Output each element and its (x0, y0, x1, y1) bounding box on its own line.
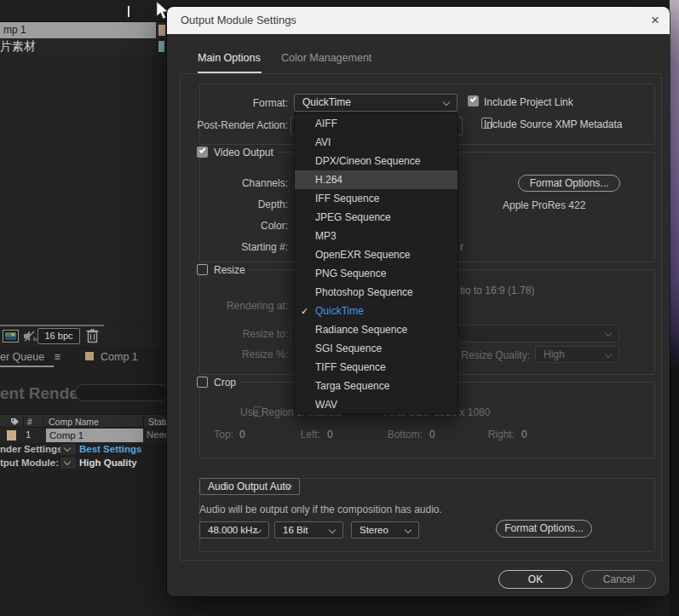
screen: mp 1 片素材 16 bpc (0, 0, 679, 616)
menu-item-dpx[interactable]: DPX/Cineon Sequence (295, 152, 457, 170)
video-format-options-label: Format Options... (530, 177, 609, 189)
row-comp-name[interactable]: Comp 1 (46, 429, 143, 442)
menu-item-tiff[interactable]: TIFF Sequence (295, 358, 457, 377)
menu-item-jpeg[interactable]: JPEG Sequence (295, 208, 457, 227)
crop-checkbox[interactable] (197, 377, 208, 388)
menu-item-iff[interactable]: IFF Sequence (295, 189, 457, 208)
audio-note: Audio will be output only if the composi… (199, 504, 442, 515)
menu-item-targa[interactable]: Targa Sequence (295, 377, 457, 395)
tab-comp1[interactable]: Comp 1 (101, 351, 138, 363)
menu-item-label: TIFF Sequence (315, 361, 386, 373)
chevron-down-icon (64, 458, 71, 465)
label-color-tan[interactable] (158, 25, 165, 36)
include-project-link-label: Include Project Link (484, 96, 573, 108)
menu-item-quicktime[interactable]: ✓ QuickTime (295, 302, 457, 320)
format-dropdown-menu: AIFF AVI DPX/Cineon Sequence H.264 IFF S… (294, 112, 458, 414)
close-icon[interactable]: × (651, 7, 659, 34)
menu-item-label: DPX/Cineon Sequence (315, 155, 420, 167)
audio-output-mode-value: Audio Output Auto (208, 479, 291, 494)
menu-item-sgi[interactable]: SGI Sequence (295, 339, 457, 358)
hamburger-icon[interactable]: ≡ (55, 351, 60, 363)
sample-rate-dropdown[interactable]: 48.000 kHz (199, 521, 269, 538)
tab-render-queue[interactable]: er Queue ≡ (0, 351, 60, 363)
audio-channels-dropdown[interactable]: Stereo (351, 521, 419, 538)
ok-button[interactable]: OK (498, 570, 573, 589)
bpc-button[interactable]: 16 bpc (37, 328, 80, 344)
label-color-teal[interactable] (158, 41, 164, 52)
chevron-down-icon (605, 330, 612, 337)
menu-item-label: WAV (315, 399, 337, 411)
resize-to-label: Resize to: (184, 328, 288, 340)
menu-item-mp3[interactable]: MP3 (295, 227, 457, 245)
menu-item-label: SGI Sequence (315, 343, 382, 354)
resize-chip: Resize (193, 263, 250, 276)
comp-tab-color-icon (85, 352, 94, 360)
audio-format-options-button[interactable]: Format Options... (496, 520, 592, 538)
audio-output-mode-dropdown[interactable]: Audio Output Auto (199, 478, 300, 495)
output-module-value[interactable]: High Quality (79, 458, 137, 468)
audio-channels-value: Stereo (360, 522, 388, 538)
format-label: Format: (184, 97, 288, 109)
render-settings-toggle[interactable] (60, 444, 76, 455)
render-settings-value[interactable]: Best Settings (79, 444, 142, 454)
audio-format-options-label: Format Options... (504, 522, 584, 534)
lock-aspect-partial-text: tio to 16:9 (1.78) (460, 285, 534, 296)
menu-item-wav[interactable]: WAV (295, 395, 457, 414)
trash-icon[interactable] (86, 328, 99, 343)
menu-item-radiance[interactable]: Radiance Sequence (295, 320, 457, 339)
crop-top-value[interactable]: 0 (239, 429, 245, 440)
video-format-options-button[interactable]: Format Options... (518, 175, 620, 192)
project-panel-header (0, 0, 167, 22)
menu-item-openexr[interactable]: OpenEXR Sequence (295, 245, 457, 264)
codec-text: Apple ProRes 422 (503, 199, 585, 211)
menu-item-label: AIFF (315, 118, 337, 130)
render-settings-label: nder Settings: (0, 444, 55, 454)
menu-item-photoshop[interactable]: Photoshop Sequence (295, 283, 457, 302)
menu-item-avi[interactable]: AVI (295, 133, 457, 152)
queue-row[interactable]: 1 Comp 1 Needs (0, 428, 167, 443)
video-output-title: Video Output (214, 147, 273, 158)
output-module-label: tput Module: (0, 458, 55, 468)
menu-item-label: Targa Sequence (315, 380, 389, 392)
project-item-label: 片素材 (0, 39, 36, 53)
menu-item-label: JPEG Sequence (315, 211, 391, 223)
crop-right-value[interactable]: 0 (521, 429, 527, 440)
post-render-label: Post-Render Action: (184, 119, 288, 131)
color-label: Color: (184, 220, 288, 232)
menu-item-aiff[interactable]: AIFF (295, 114, 457, 133)
menu-item-h264[interactable]: H.264 (295, 170, 457, 189)
menu-item-label: AVI (315, 136, 331, 148)
thumbnail-icon[interactable] (3, 330, 19, 343)
menu-item-label: Photoshop Sequence (315, 286, 413, 298)
menu-item-png[interactable]: PNG Sequence (295, 264, 457, 283)
crop-bottom-label: Bottom: (380, 429, 423, 440)
cancel-button[interactable]: Cancel (582, 570, 656, 589)
include-project-link-checkbox[interactable] (468, 95, 479, 107)
mouse-cursor (155, 1, 169, 21)
bit-depth-dropdown[interactable]: 16 Bit (274, 521, 343, 538)
output-module-toggle[interactable] (60, 458, 76, 469)
tab-color-management[interactable]: Color Management (281, 52, 371, 64)
row-label-color[interactable] (7, 430, 16, 440)
crop-bottom-value[interactable]: 0 (429, 429, 435, 440)
background-panel-right (670, 368, 679, 616)
tab-main-options[interactable]: Main Options (198, 52, 261, 64)
video-output-checkbox[interactable] (197, 147, 208, 158)
project-item-comp1[interactable]: mp 1 (0, 22, 156, 38)
crop-left-value[interactable]: 0 (327, 429, 333, 440)
menu-item-label: Radiance Sequence (315, 324, 407, 336)
tab-comp1-label: Comp 1 (101, 351, 138, 363)
crop-right-label: Right: (482, 429, 515, 440)
rendering-at-label: Rendering at: (184, 300, 288, 312)
format-dropdown[interactable]: QuickTime (294, 94, 457, 112)
col-number[interactable]: # (27, 417, 32, 427)
project-item-footage[interactable]: 片素材 (0, 38, 156, 55)
include-xmp-label: Include Source XMP Metadata (484, 118, 623, 130)
dialog-titlebar[interactable]: Output Module Settings × (167, 7, 670, 34)
cancel-label: Cancel (603, 573, 635, 585)
resize-checkbox[interactable] (197, 264, 208, 275)
bpc-label: 16 bpc (44, 331, 72, 341)
project-item-label: mp 1 (3, 24, 26, 36)
col-comp-name[interactable]: Comp Name (49, 417, 99, 427)
chevron-down-icon (443, 99, 450, 106)
